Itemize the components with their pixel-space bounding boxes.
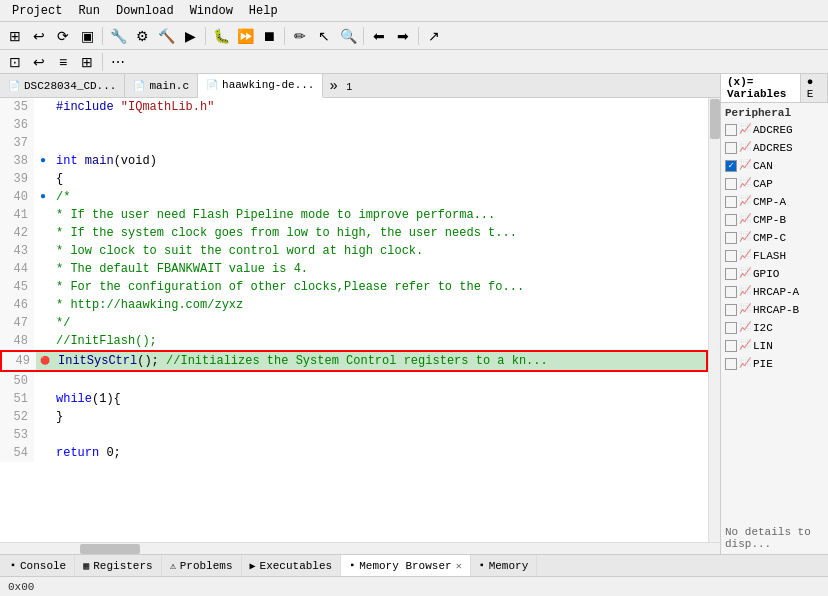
line-code[interactable]: /* xyxy=(52,188,708,206)
line-code[interactable] xyxy=(52,372,708,390)
toolbar-btn-15[interactable]: ⬅ xyxy=(368,25,390,47)
toolbar-btn-11[interactable]: ⏹ xyxy=(258,25,280,47)
line-code[interactable]: while(1){ xyxy=(52,390,708,408)
toolbar-btn-1[interactable]: ⊞ xyxy=(4,25,26,47)
tab-bar: 📄 DSC28034_CD... 📄 main.c 📄 haawking-de.… xyxy=(0,74,720,98)
list-item[interactable]: 📈FLASH xyxy=(721,247,828,265)
peripheral-checkbox[interactable] xyxy=(725,178,737,190)
line-code[interactable]: #include "IQmathLib.h" xyxy=(52,98,708,116)
peripheral-checkbox[interactable] xyxy=(725,358,737,370)
table-row: 54 return 0; xyxy=(0,444,708,462)
peripheral-checkbox[interactable] xyxy=(725,214,737,226)
list-item[interactable]: 📈CAP xyxy=(721,175,828,193)
peripheral-name: PIE xyxy=(753,356,773,372)
toolbar-btn-2[interactable]: ↩ xyxy=(28,25,50,47)
peripheral-checkbox[interactable] xyxy=(725,250,737,262)
menu-help[interactable]: Help xyxy=(241,2,286,20)
toolbar-btn-4[interactable]: ▣ xyxy=(76,25,98,47)
main-area: 📄 DSC28034_CD... 📄 main.c 📄 haawking-de.… xyxy=(0,74,828,554)
peripheral-checkbox[interactable] xyxy=(725,268,737,280)
list-item[interactable]: 📈GPIO xyxy=(721,265,828,283)
line-code[interactable] xyxy=(52,426,708,444)
menu-download[interactable]: Download xyxy=(108,2,182,20)
menu-run[interactable]: Run xyxy=(70,2,108,20)
memory-browser-close[interactable]: ✕ xyxy=(456,560,462,572)
line-code[interactable] xyxy=(52,116,708,134)
toolbar-btn-8[interactable]: ▶ xyxy=(179,25,201,47)
peripheral-checkbox[interactable] xyxy=(725,322,737,334)
line-code[interactable]: int main(void) xyxy=(52,152,708,170)
list-item[interactable]: 📈ADCRES xyxy=(721,139,828,157)
list-item[interactable]: 📈I2C xyxy=(721,319,828,337)
tab-dsc28034[interactable]: 📄 DSC28034_CD... xyxy=(0,74,125,98)
line-code[interactable]: //InitFlash(); xyxy=(52,332,708,350)
toolbar2-btn-1[interactable]: ⊡ xyxy=(4,51,26,73)
peripheral-checkbox[interactable]: ✓ xyxy=(725,160,737,172)
toolbar-btn-17[interactable]: ↗ xyxy=(423,25,445,47)
tab-haawking[interactable]: 📄 haawking-de... xyxy=(198,74,323,98)
toolbar2-btn-4[interactable]: ⊞ xyxy=(76,51,98,73)
line-code[interactable] xyxy=(52,134,708,152)
line-code[interactable]: InitSysCtrl(); //Initializes the System … xyxy=(54,352,706,370)
line-code[interactable]: * The default FBANKWAIT value is 4. xyxy=(52,260,708,278)
line-code[interactable]: * For the configuration of other clocks,… xyxy=(52,278,708,296)
toolbar2-btn-3[interactable]: ≡ xyxy=(52,51,74,73)
line-code[interactable]: * If the system clock goes from low to h… xyxy=(52,224,708,242)
line-code[interactable]: * If the user need Flash Pipeline mode t… xyxy=(52,206,708,224)
list-item[interactable]: 📈ADCREG xyxy=(721,121,828,139)
list-item[interactable]: 📈HRCAP-B xyxy=(721,301,828,319)
bottom-tab-registers[interactable]: ▦ Registers xyxy=(75,555,161,577)
list-item[interactable]: 📈CMP-A xyxy=(721,193,828,211)
toolbar-btn-7[interactable]: 🔨 xyxy=(155,25,177,47)
line-indicator xyxy=(34,170,52,188)
peripheral-checkbox[interactable] xyxy=(725,340,737,352)
toolbar2-btn-5[interactable]: ⋯ xyxy=(107,51,129,73)
bottom-tab-problems[interactable]: ⚠ Problems xyxy=(162,555,242,577)
menu-project[interactable]: Project xyxy=(4,2,70,20)
list-item[interactable]: 📈LIN xyxy=(721,337,828,355)
peripheral-checkbox[interactable] xyxy=(725,286,737,298)
toolbar-btn-13[interactable]: ↖ xyxy=(313,25,335,47)
bottom-tab-memory[interactable]: ▪ Memory xyxy=(471,555,538,577)
scrollbar-thumb[interactable] xyxy=(710,99,720,139)
bottom-tab-executables[interactable]: ▶ Executables xyxy=(242,555,342,577)
line-code[interactable]: return 0; xyxy=(52,444,708,462)
peripheral-checkbox[interactable] xyxy=(725,304,737,316)
toolbar-btn-5[interactable]: 🔧 xyxy=(107,25,129,47)
line-code[interactable]: * low clock to suit the control word at … xyxy=(52,242,708,260)
tab-main[interactable]: 📄 main.c xyxy=(125,74,198,98)
list-item[interactable]: 📈CMP-B xyxy=(721,211,828,229)
list-item[interactable]: 📈PIE xyxy=(721,355,828,373)
bottom-tab-memory-browser[interactable]: ▪ Memory Browser ✕ xyxy=(341,555,470,577)
toolbar-btn-9[interactable]: 🐛 xyxy=(210,25,232,47)
line-code[interactable]: } xyxy=(52,408,708,426)
right-panel-tab-expressions[interactable]: ● E xyxy=(801,74,828,102)
bottom-tab-console[interactable]: ▪ Console xyxy=(2,555,75,577)
menu-window[interactable]: Window xyxy=(182,2,241,20)
peripheral-name: CMP-B xyxy=(753,212,786,228)
peripheral-checkbox[interactable] xyxy=(725,142,737,154)
line-code[interactable]: { xyxy=(52,170,708,188)
toolbar-btn-12[interactable]: ✏ xyxy=(289,25,311,47)
line-indicator xyxy=(34,444,52,462)
line-code[interactable]: */ xyxy=(52,314,708,332)
toolbar-btn-16[interactable]: ➡ xyxy=(392,25,414,47)
vertical-scrollbar[interactable] xyxy=(708,98,720,542)
toolbar-btn-3[interactable]: ⟳ xyxy=(52,25,74,47)
right-panel-tab-variables[interactable]: (x)= Variables xyxy=(721,74,801,102)
horizontal-scrollbar[interactable] xyxy=(0,542,720,554)
h-scrollbar-thumb[interactable] xyxy=(80,544,140,554)
peripheral-checkbox[interactable] xyxy=(725,124,737,136)
list-item[interactable]: 📈CMP-C xyxy=(721,229,828,247)
tab-more[interactable]: » 1 xyxy=(323,78,358,94)
toolbar-btn-10[interactable]: ⏩ xyxy=(234,25,256,47)
line-code[interactable]: * http://haawking.com/zyxz xyxy=(52,296,708,314)
status-bar: 0x00 xyxy=(0,576,828,596)
peripheral-checkbox[interactable] xyxy=(725,196,737,208)
toolbar-btn-14[interactable]: 🔍 xyxy=(337,25,359,47)
toolbar2-btn-2[interactable]: ↩ xyxy=(28,51,50,73)
list-item[interactable]: 📈HRCAP-A xyxy=(721,283,828,301)
peripheral-checkbox[interactable] xyxy=(725,232,737,244)
toolbar-btn-6[interactable]: ⚙ xyxy=(131,25,153,47)
list-item[interactable]: ✓📈CAN xyxy=(721,157,828,175)
